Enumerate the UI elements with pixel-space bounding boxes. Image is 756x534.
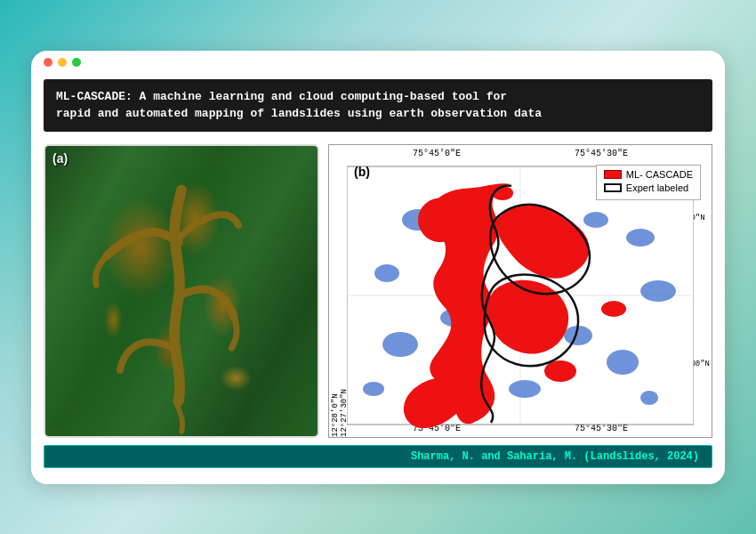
top-axis-right: 75°45'30"E [575,149,628,158]
top-axis-left: 75°45'0"E [413,149,461,158]
legend-label-expert: Expert labeled [626,182,688,193]
content-area: (a) 75°45'0"E 75°45'30"E 75°45'0"E 75°45… [31,132,725,443]
panel-a-label: (a) [52,151,68,166]
panel-b: 75°45'0"E 75°45'30"E 75°45'0"E 75°45'30"… [328,144,712,438]
window-controls [31,51,725,67]
legend-item-ml: ML- CASCADE [604,169,693,180]
main-card: ML-CASCADE: A machine learning and cloud… [31,51,725,484]
minimize-dot [58,58,67,67]
svg-point-6 [363,382,384,396]
landslide-overlay [45,146,318,436]
map-svg [347,163,694,428]
svg-point-7 [626,229,655,247]
panel-b-label: (b) [354,165,370,179]
citation-text: Sharma, N. and Saharia, M. (Landslides, … [411,450,699,463]
left-axis-top: 12°28'0"N [331,145,340,437]
legend-label-ml: ML- CASCADE [626,169,693,180]
title-bar: ML-CASCADE: A machine learning and cloud… [44,79,712,132]
map-container: 75°45'0"E 75°45'30"E 75°45'0"E 75°45'30"… [329,145,712,437]
close-dot [44,58,52,67]
legend-swatch-expert [604,183,622,192]
maximize-dot [72,58,81,67]
map-left-axis: 12°28'0"N 12°27'30"N [331,145,349,437]
svg-point-9 [607,350,639,375]
svg-point-16 [544,360,576,382]
svg-point-10 [640,391,658,405]
citation-bar: Sharma, N. and Saharia, M. (Landslides, … [44,445,712,468]
panel-a: (a) [44,144,319,438]
svg-point-12 [583,212,608,228]
svg-point-8 [640,280,676,302]
title-line2: rapid and automated mapping of landslide… [56,107,542,120]
legend: ML- CASCADE Expert labeled [596,165,701,200]
legend-swatch-ml [604,170,622,179]
legend-item-expert: Expert labeled [604,182,693,193]
map-top-axis: 75°45'0"E 75°45'30"E [329,147,712,160]
svg-point-4 [374,264,399,282]
svg-point-18 [601,301,626,317]
svg-point-15 [509,380,541,398]
title-line1: ML-CASCADE: A machine learning and cloud… [56,90,507,103]
svg-point-5 [382,332,418,357]
